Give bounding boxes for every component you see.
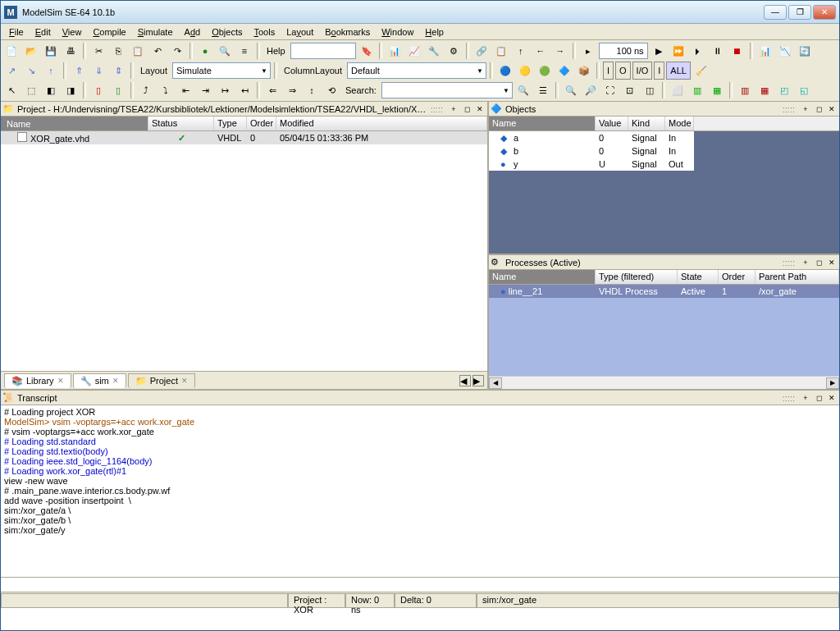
undo-icon[interactable]: ↶ xyxy=(148,42,167,60)
save-icon[interactable]: 💾 xyxy=(42,42,60,60)
up-arrow-icon[interactable]: ↑ xyxy=(512,42,530,60)
cut-icon[interactable]: ✂ xyxy=(89,42,107,60)
tab-close-icon[interactable]: ✕ xyxy=(112,377,119,385)
menu-help[interactable]: Help xyxy=(420,25,449,39)
objects-close-button[interactable]: ✕ xyxy=(826,103,838,115)
tb3-2[interactable]: ⬚ xyxy=(22,81,40,99)
print-icon[interactable]: 🖶 xyxy=(62,42,80,60)
processes-add-button[interactable]: + xyxy=(800,257,811,268)
menu-simulate[interactable]: Simulate xyxy=(133,25,178,39)
tb-end-3[interactable]: 🔄 xyxy=(796,42,814,60)
add-icon[interactable]: ● xyxy=(196,42,214,60)
tb-misc-6[interactable]: 📋 xyxy=(492,42,510,60)
wave-7-icon[interactable]: ◱ xyxy=(795,81,813,99)
group-4-icon[interactable]: 🔷 xyxy=(555,62,573,80)
tb3-11[interactable]: ↦ xyxy=(216,81,234,99)
filter-all-button[interactable]: ALL xyxy=(666,62,691,80)
tab-project[interactable]: 📁 Project ✕ xyxy=(128,373,195,388)
tab-close-icon[interactable]: ✕ xyxy=(181,377,188,385)
filter-io-button[interactable]: I/O xyxy=(632,62,653,80)
nav-3-icon[interactable]: ↑ xyxy=(42,62,60,80)
objects-add-button[interactable]: + xyxy=(800,103,811,115)
table-row[interactable]: y U Signal Out xyxy=(489,158,694,171)
help-go-icon[interactable]: 🔖 xyxy=(358,42,376,60)
stop-icon[interactable]: ⏹ xyxy=(728,42,746,60)
nav-1-icon[interactable]: ↗ xyxy=(2,62,21,80)
copy-icon[interactable]: ⎘ xyxy=(109,42,127,60)
transcript-input[interactable] xyxy=(1,577,839,592)
back-arrow-icon[interactable]: ← xyxy=(532,42,550,60)
column-layout-combo[interactable]: Default xyxy=(347,62,486,79)
tb3-3[interactable]: ◧ xyxy=(42,81,60,99)
zoom-out-icon[interactable]: 🔎 xyxy=(582,81,600,99)
nav-6-icon[interactable]: ⇕ xyxy=(109,62,127,80)
search-opts-icon[interactable]: ☰ xyxy=(534,81,552,99)
nav-2-icon[interactable]: ↘ xyxy=(22,62,40,80)
wave-6-icon[interactable]: ◰ xyxy=(775,81,793,99)
close-button[interactable]: ✕ xyxy=(813,5,836,20)
paste-icon[interactable]: 📋 xyxy=(129,42,147,60)
project-undock-button[interactable]: ◻ xyxy=(461,103,472,115)
zoom-misc-icon[interactable]: ◫ xyxy=(641,81,659,99)
nav-5-icon[interactable]: ⇓ xyxy=(89,62,107,80)
tb3-7[interactable]: ⤴ xyxy=(137,81,155,99)
layout-combo[interactable]: Simulate xyxy=(172,62,271,79)
tb3-6[interactable]: ▯ xyxy=(109,81,127,99)
find-icon[interactable]: 🔍 xyxy=(216,42,234,60)
tb3-5[interactable]: ▯ xyxy=(89,81,107,99)
wave-3-icon[interactable]: ▦ xyxy=(708,81,726,99)
zoom-in-icon[interactable]: 🔍 xyxy=(562,81,580,99)
filter-int-button[interactable]: I xyxy=(654,62,664,80)
tb-misc-1[interactable]: 📊 xyxy=(386,42,404,60)
group-1-icon[interactable]: 🔵 xyxy=(496,62,514,80)
cursor-icon[interactable]: ↖ xyxy=(2,81,21,99)
menu-layout[interactable]: Layout xyxy=(281,25,318,39)
wave-5-icon[interactable]: ▦ xyxy=(756,81,774,99)
processes-hscroll[interactable]: ◀ ▶ xyxy=(489,376,839,389)
help-input[interactable] xyxy=(290,43,356,59)
time-input[interactable] xyxy=(599,43,648,59)
minimize-button[interactable]: — xyxy=(764,5,787,20)
group-5-icon[interactable]: 📦 xyxy=(575,62,593,80)
transcript-add-button[interactable]: + xyxy=(800,392,811,404)
filter-clear-icon[interactable]: 🧹 xyxy=(692,62,710,80)
menu-file[interactable]: File xyxy=(4,25,29,39)
transcript-undock-button[interactable]: ◻ xyxy=(813,392,824,404)
tb3-14[interactable]: ⇒ xyxy=(283,81,301,99)
menu-view[interactable]: View xyxy=(57,25,87,39)
table-row[interactable]: XOR_gate.vhd ✓ VHDL 0 05/04/15 01:33:36 … xyxy=(1,131,487,144)
filter-icon[interactable]: ≡ xyxy=(235,42,253,60)
continue-icon[interactable]: ⏵ xyxy=(689,42,707,60)
zoom-fit-icon[interactable]: ⊡ xyxy=(621,81,639,99)
menu-window[interactable]: Window xyxy=(377,25,418,39)
processes-close-button[interactable]: ✕ xyxy=(826,257,838,268)
run-all-icon[interactable]: ⏩ xyxy=(669,42,687,60)
tb3-8[interactable]: ⤵ xyxy=(157,81,175,99)
table-row[interactable]: ● line__21 VHDL Process Active 1 /xor_ga… xyxy=(489,285,839,298)
transcript-text[interactable]: # Loading project XORModelSim> vsim -vop… xyxy=(1,405,839,577)
filter-i-button[interactable]: I xyxy=(603,62,614,80)
tb-misc-3[interactable]: 🔧 xyxy=(425,42,443,60)
processes-undock-button[interactable]: ◻ xyxy=(813,257,824,268)
maximize-button[interactable]: ❐ xyxy=(788,5,811,20)
tb3-4[interactable]: ◨ xyxy=(62,81,80,99)
col-order[interactable]: Order xyxy=(247,117,276,130)
tb3-10[interactable]: ⇥ xyxy=(196,81,214,99)
col-type[interactable]: Type xyxy=(214,117,247,130)
search-go-icon[interactable]: 🔍 xyxy=(514,81,532,99)
tb3-15[interactable]: ↕ xyxy=(303,81,321,99)
tb-misc-5[interactable]: 🔗 xyxy=(472,42,491,60)
table-row[interactable]: b 0 Signal In xyxy=(489,144,694,158)
col-modified[interactable]: Modified xyxy=(276,117,487,130)
tb-misc-2[interactable]: 📈 xyxy=(405,42,423,60)
tb3-12[interactable]: ↤ xyxy=(235,81,253,99)
wave-4-icon[interactable]: ▥ xyxy=(736,81,754,99)
transcript-close-button[interactable]: ✕ xyxy=(826,392,838,404)
search-combo[interactable] xyxy=(381,82,513,98)
redo-icon[interactable]: ↷ xyxy=(168,42,186,60)
tab-scroll-left[interactable]: ◀ xyxy=(459,375,471,386)
menu-add[interactable]: Add xyxy=(180,25,206,39)
tab-sim[interactable]: 🔧 sim ✕ xyxy=(73,373,126,388)
group-2-icon[interactable]: 🟡 xyxy=(516,62,534,80)
group-3-icon[interactable]: 🟢 xyxy=(536,62,554,80)
